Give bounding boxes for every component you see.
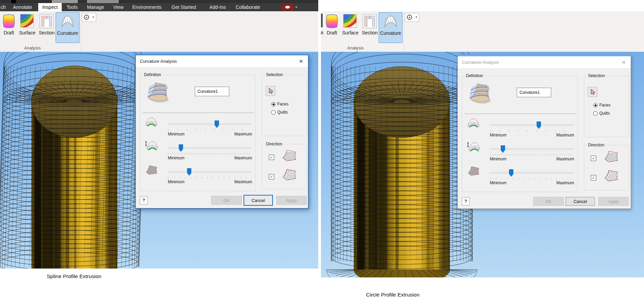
slider-ticks <box>491 154 573 156</box>
ribbon-tool-surface[interactable]: Surface <box>342 12 359 46</box>
ribbon-tool-label: Surface <box>342 30 359 35</box>
slider-track[interactable] <box>168 147 251 149</box>
definition-group-label: Definition <box>465 73 484 78</box>
titlebar-segment <box>11 0 16 3</box>
side-by-side-comparison: ch Annotate Inspect Tools Manage View En… <box>0 0 644 303</box>
tab-tools[interactable]: Tools <box>67 3 78 11</box>
direction-u-checkbox[interactable]: ✓ <box>269 155 274 160</box>
radio-circle[interactable] <box>593 103 598 107</box>
apply-button[interactable]: Apply <box>598 197 629 206</box>
ribbon-tool-label: Surface <box>19 30 36 35</box>
draft-analysis-icon <box>2 14 16 28</box>
radio-circle[interactable] <box>271 102 276 106</box>
slider-track[interactable] <box>490 148 573 150</box>
max-label: Maximum <box>234 132 252 136</box>
mesh-quilt-icon <box>467 165 481 178</box>
min-curvature-comb-icon <box>145 141 159 153</box>
selection-group-label: Selection <box>265 72 284 77</box>
tab-manage[interactable]: Manage <box>87 3 104 11</box>
slider-ticks <box>491 130 573 132</box>
slider-track[interactable] <box>168 123 251 125</box>
min-label: Minimum <box>168 156 185 160</box>
select-arrow-button[interactable] <box>588 87 597 97</box>
dialog-title: Curvature Analysis <box>462 60 499 65</box>
ribbon-tool-label: Section <box>38 30 55 35</box>
curvature-analysis-dialog-active[interactable]: Curvature Analysis ✕ Definition Curvatur… <box>135 55 309 209</box>
max-curvature-comb-icon <box>467 118 481 130</box>
dialog-titlebar[interactable]: Curvature Analysis ✕ <box>458 56 631 69</box>
tab-environments[interactable]: Environments <box>132 3 162 11</box>
slider-thumb[interactable] <box>537 121 541 129</box>
slider-ticks <box>491 178 573 179</box>
direction-group-label: Direction <box>587 143 605 147</box>
cancel-button[interactable]: Cancel <box>244 195 273 206</box>
direction-v-checkbox[interactable]: ✓ <box>269 174 274 179</box>
ribbon-tool-section[interactable]: Section <box>38 12 55 46</box>
cancel-button[interactable]: Cancel <box>566 197 595 206</box>
tab-add-ins[interactable]: Add-Ins <box>209 3 226 11</box>
radio-circle[interactable] <box>271 110 276 115</box>
close-icon[interactable]: ✕ <box>621 59 626 66</box>
slider-thumb[interactable] <box>501 145 505 153</box>
chevron-down-icon[interactable]: ▾ <box>295 3 297 11</box>
ribbon-tool-draft[interactable]: Draft <box>0 12 17 46</box>
panel-options-dropdown-button[interactable]: ▼ ▾ <box>405 13 419 22</box>
account-badge-icon[interactable] <box>282 4 293 10</box>
mesh-slider-row: Minimum Maximum <box>140 164 256 186</box>
ribbon-tool-curvature-active[interactable]: Curvature <box>56 12 79 43</box>
slider-thumb[interactable] <box>187 168 191 176</box>
dialog-titlebar[interactable]: Curvature Analysis ✕ <box>136 55 308 68</box>
tab-get-started[interactable]: Get Started <box>172 3 196 11</box>
slider-track[interactable] <box>490 172 573 174</box>
tab-view[interactable]: View <box>113 3 123 11</box>
apply-button[interactable]: Apply <box>276 196 307 205</box>
close-icon[interactable]: ✕ <box>299 58 303 64</box>
radio-circle[interactable] <box>593 111 598 116</box>
circled-triangle-icon: ▼ <box>84 15 89 20</box>
ribbon-tool-label: Curvature <box>379 30 402 36</box>
slider-thumb[interactable] <box>215 120 219 128</box>
select-arrow-button[interactable] <box>266 86 275 96</box>
analysis-name-input[interactable]: Curvature1 <box>517 88 551 97</box>
ribbon-tool-draft[interactable]: Draft <box>323 12 340 46</box>
slider-thumb[interactable] <box>179 144 183 152</box>
min-label: Minimum <box>490 157 507 161</box>
v-direction-surface-icon <box>604 169 619 182</box>
ribbon-tool-section[interactable]: Section <box>361 12 378 46</box>
direction-v-checkbox[interactable]: ✓ <box>591 175 596 181</box>
section-analysis-icon <box>40 14 54 28</box>
help-button[interactable]: ? <box>462 197 470 205</box>
ribbon-tool-curvature-active[interactable]: Curvature <box>379 12 402 43</box>
mesh-slider-row: Minimum Maximum <box>462 165 578 187</box>
ribbon-tool-surface[interactable]: Surface <box>19 12 36 46</box>
chevron-down-icon: ▾ <box>92 15 94 19</box>
min-label: Minimum <box>490 133 507 138</box>
titlebar-segment <box>52 0 78 3</box>
tab-annotate[interactable]: Annotate <box>13 3 32 11</box>
panel-options-dropdown-button[interactable]: ▼ ▾ <box>82 13 96 22</box>
tab-sketch-partial[interactable]: ch <box>1 3 6 11</box>
tab-collaborate[interactable]: Collaborate <box>236 3 260 11</box>
curvature-analysis-icon <box>60 15 75 29</box>
ok-button[interactable]: OK <box>211 196 242 205</box>
slider-track[interactable] <box>490 124 573 126</box>
slider-thumb[interactable] <box>509 169 513 177</box>
direction-u-checkbox[interactable]: ✓ <box>591 156 596 161</box>
ribbon-separator <box>404 12 404 51</box>
cursor-arrow-icon <box>590 89 596 95</box>
tab-inspect-active[interactable]: Inspect <box>38 3 62 11</box>
divider <box>465 114 576 114</box>
divider <box>143 113 254 113</box>
help-button[interactable]: ? <box>140 196 148 204</box>
analysis-name-input[interactable]: Curvature1 <box>195 87 229 96</box>
curvature-analysis-dialog-inactive[interactable]: Curvature Analysis ✕ Definition Curvatur… <box>457 55 631 209</box>
window-titlebar-sliver <box>0 0 318 3</box>
ok-button[interactable]: OK <box>533 197 564 206</box>
left-caption: Spline Profile Extrusion <box>47 273 101 279</box>
max-label: Maximum <box>234 156 252 160</box>
min-curvature-slider-row: Minimum Maximum <box>140 140 256 162</box>
ribbon-analysis-panel: Draft Surface <box>323 11 644 52</box>
u-direction-surface-icon <box>604 150 619 163</box>
max-curvature-slider-row: Minimum Maximum <box>140 116 256 139</box>
slider-track[interactable] <box>168 171 251 173</box>
